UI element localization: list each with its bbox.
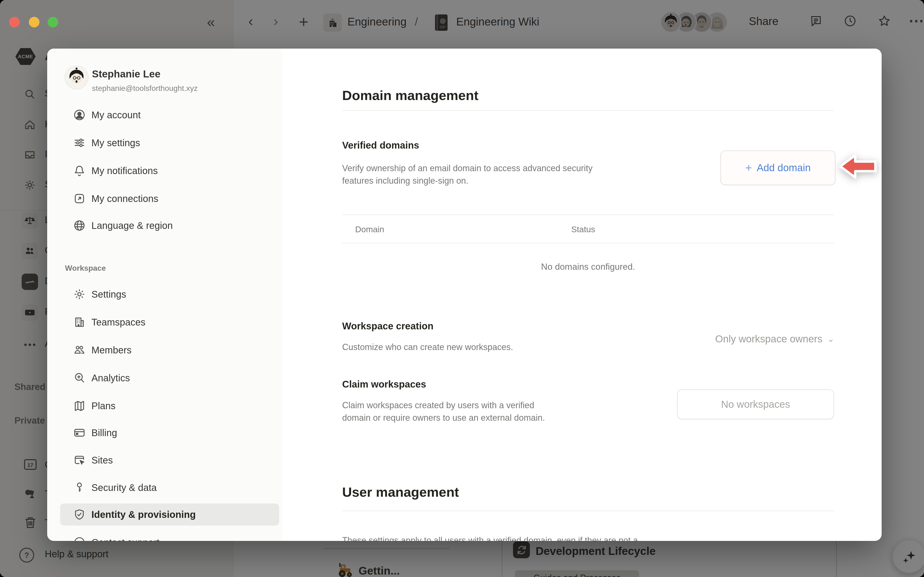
sidebar-item-my-account[interactable]: My account — [60, 104, 279, 126]
sidebar-item-label: Contact support — [91, 537, 159, 541]
credit-card-icon — [73, 427, 86, 439]
workspace-section-label: Workspace — [65, 264, 106, 272]
sidebar-item-members[interactable]: Members — [60, 339, 279, 361]
app-window: ACME A S H I S L C D F A Shared Private … — [0, 0, 924, 577]
sidebar-item-label: Billing — [91, 427, 117, 438]
description-line: Claim workspaces created by users with a… — [342, 399, 545, 412]
sidebar-item-label: Settings — [91, 289, 126, 300]
sidebar-item-label: Identity & provisioning — [91, 509, 195, 520]
sidebar-item-label: Language & region — [91, 220, 173, 231]
sidebar-item-teamspaces[interactable]: Teamspaces — [60, 311, 279, 333]
window-minimize-button[interactable] — [29, 17, 39, 27]
no-workspaces-button[interactable]: No workspaces — [677, 390, 834, 419]
verified-domains-heading: Verified domains — [342, 140, 419, 151]
sidebar-item-security-data[interactable]: Security & data — [60, 477, 279, 499]
claim-workspaces-description: Claim workspaces created by users with a… — [342, 399, 545, 424]
workspace-creation-dropdown[interactable]: Only workspace owners ⌄ — [660, 333, 835, 345]
window-zoom-button[interactable] — [48, 17, 58, 27]
section-divider — [342, 110, 834, 111]
table-top-border — [342, 214, 834, 215]
sidebar-item-label: My connections — [91, 193, 158, 204]
sliders-icon — [73, 137, 86, 149]
map-icon — [73, 400, 86, 412]
sidebar-item-language-region[interactable]: Language & region — [60, 214, 279, 237]
clipped-settings-text: These settings apply to all users with a… — [342, 534, 638, 541]
table-empty-state: No domains configured. — [342, 261, 834, 272]
table-bottom-border — [342, 243, 834, 243]
sidebar-item-label: Teamspaces — [91, 317, 145, 328]
sidebar-item-plans[interactable]: Plans — [60, 395, 279, 417]
key-icon — [73, 481, 86, 494]
plus-icon: + — [745, 161, 752, 174]
sidebar-item-sites[interactable]: Sites — [60, 449, 279, 471]
sidebar-item-label: Sites — [91, 455, 113, 466]
dropdown-value: Only workspace owners — [715, 333, 822, 345]
add-domain-button[interactable]: + Add domain — [720, 150, 835, 185]
sidebar-item-my-settings[interactable]: My settings — [60, 132, 279, 154]
table-header-status: Status — [571, 224, 595, 235]
claim-workspaces-heading: Claim workspaces — [342, 379, 426, 390]
account-email: stephanie@toolsforthought.xyz — [92, 84, 198, 93]
sidebar-item-label: Security & data — [91, 482, 157, 493]
add-domain-label: Add domain — [757, 162, 811, 174]
chevron-down-icon: ⌄ — [827, 334, 835, 344]
sidebar-item-settings[interactable]: Settings — [60, 283, 279, 305]
browser-cursor-icon — [73, 454, 86, 466]
annotation-arrow-icon — [839, 152, 877, 183]
settings-modal: Stephanie Lee stephanie@toolsforthought.… — [47, 48, 882, 541]
two-people-icon — [73, 344, 86, 356]
workspace-creation-description: Customize who can create new workspaces. — [342, 341, 513, 353]
description-line: features including single-sign on. — [342, 174, 593, 187]
sidebar-item-billing[interactable]: Billing — [60, 422, 279, 444]
page-title: Domain management — [342, 88, 478, 103]
user-management-heading: User management — [342, 485, 459, 500]
user-avatar — [65, 66, 88, 89]
account-name: Stephanie Lee — [92, 68, 160, 80]
sidebar-item-my-connections[interactable]: My connections — [60, 187, 279, 210]
verified-domains-description: Verify ownership of an email domain to a… — [342, 162, 593, 187]
sidebar-item-label: My notifications — [91, 165, 158, 176]
gear-icon — [73, 288, 86, 301]
globe-icon — [73, 219, 86, 232]
description-line: Verify ownership of an email domain to a… — [342, 162, 593, 174]
sidebar-item-label: Analytics — [91, 372, 130, 384]
sidebar-item-partial[interactable]: Contact support — [60, 531, 279, 541]
magnifier-sparkle-icon — [73, 372, 86, 384]
circle-icon — [73, 536, 86, 541]
sidebar-item-label: My settings — [91, 137, 140, 148]
sidebar-item-identity-provisioning[interactable]: Identity & provisioning — [60, 503, 279, 525]
shield-check-icon — [73, 508, 86, 521]
sidebar-item-label: My account — [91, 110, 141, 121]
bell-icon — [73, 164, 86, 177]
no-workspaces-label: No workspaces — [721, 399, 790, 410]
person-circle-icon — [73, 109, 86, 121]
sidebar-item-label: Members — [91, 345, 132, 356]
section-divider — [342, 511, 834, 511]
window-close-button[interactable] — [9, 17, 20, 27]
sidebar-item-analytics[interactable]: Analytics — [60, 367, 279, 389]
building-icon — [73, 316, 86, 329]
description-line: domain or require owners to use an exter… — [342, 412, 545, 424]
workspace-creation-heading: Workspace creation — [342, 321, 433, 332]
sidebar-item-my-notifications[interactable]: My notifications — [60, 160, 279, 182]
sidebar-item-label: Plans — [91, 400, 115, 411]
arrow-out-box-icon — [73, 192, 86, 205]
table-header-domain: Domain — [355, 224, 384, 235]
